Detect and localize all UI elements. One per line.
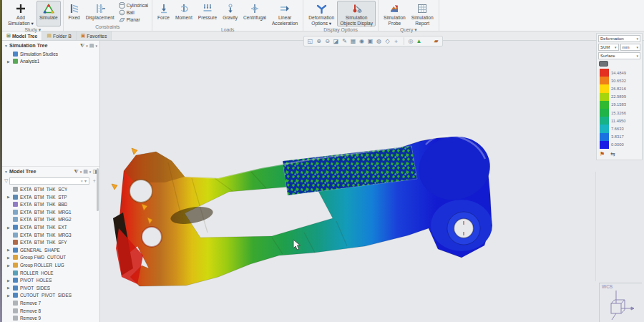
expand-arrow-icon[interactable]: ▶ (6, 195, 11, 199)
fixed-button[interactable]: Fixed (66, 1, 83, 24)
expand-arrow-icon[interactable]: ▶ (6, 286, 11, 290)
tree-columns-icon[interactable]: ▤ (83, 169, 88, 175)
feature-label: GENERAL_SHAPE (20, 248, 60, 253)
graphics-toolbar-icon[interactable]: ✎ (341, 37, 348, 45)
model-tree-item[interactable]: ▶ Group FWD_CUTOUT (2, 254, 99, 262)
feature-icon (13, 195, 18, 200)
legend-footer-icon[interactable]: ⇆ (610, 152, 615, 157)
expand-arrow-icon[interactable]: ▶ (6, 278, 11, 283)
filter-settings-icon[interactable]: ⧨ (74, 169, 78, 175)
simulation-probe-button[interactable]: Simulation Probe (381, 1, 409, 26)
graphics-toolbar-icon[interactable]: ＋ (392, 37, 400, 45)
legend-options-button[interactable] (599, 61, 608, 67)
model-tree-item[interactable]: EXTA_BTM_THK_MRG1 (2, 208, 99, 216)
displacement-button[interactable]: Displacement (83, 1, 117, 24)
deformation-options-button[interactable]: Deformation Options ▾ (306, 1, 337, 26)
filter-caret-icon[interactable]: ▾ (80, 170, 82, 174)
display-type-dropdown[interactable]: Surface ▾ (598, 52, 640, 59)
component-dropdown[interactable]: SUM ▾ (598, 44, 619, 51)
simulation-tree-item[interactable]: ▶ Analysis1 (2, 58, 99, 66)
collapse-caret-icon[interactable]: ▼ (4, 44, 8, 48)
expand-arrow-icon[interactable]: ▶ (6, 225, 11, 230)
model-tree-item[interactable]: EXTA_BTM_THK_MRG3 (2, 231, 99, 239)
quantity-dropdown[interactable]: Deformation ▾ (598, 35, 640, 42)
legend-color-swatch (600, 141, 609, 149)
legend-value: 30.6532 (611, 79, 626, 83)
expand-arrow-icon[interactable]: ▶ (6, 255, 11, 260)
graphics-toolbar-icon[interactable] (424, 37, 431, 45)
graphics-toolbar-icon[interactable]: ⊕ (315, 37, 323, 45)
collapse-caret-icon[interactable]: ▼ (4, 170, 8, 174)
force-button[interactable]: Force (155, 1, 172, 26)
linear-acceleration-button[interactable]: Linear Acceleration (269, 1, 301, 26)
model-tree-item[interactable]: Remove 8 (2, 307, 99, 315)
model-tree-item[interactable]: ▶ GENERAL_SHAPE (2, 246, 99, 254)
model-tree-item[interactable]: ▶ EXTA_BTM_THK_EXT (2, 223, 99, 231)
legend-value: 34.4849 (611, 71, 626, 75)
graphics-toolbar-icon[interactable]: ▰ (432, 37, 440, 45)
moment-button[interactable]: Moment (172, 1, 195, 26)
filter-caret-icon[interactable]: ▾ (86, 44, 88, 48)
graphics-toolbar-icon[interactable]: ◉ (358, 37, 366, 45)
simulation-objects-display-button[interactable]: Simulation Objects Display (337, 1, 376, 26)
centrifugal-icon (250, 3, 260, 14)
model-tree-item[interactable]: EXTA_BTM_THK_SFY (2, 238, 99, 246)
gravity-icon (226, 3, 235, 14)
legend-footer-icon[interactable]: ⚑ (600, 152, 605, 157)
graphics-viewport[interactable] (100, 41, 644, 322)
graphics-toolbar-icon[interactable]: ▲ (415, 37, 423, 45)
expand-arrow-icon[interactable]: ▶ (6, 248, 11, 252)
units-dropdown[interactable]: mm ▾ (620, 44, 641, 51)
ball-button[interactable]: Ball (119, 9, 148, 16)
feature-label: CUTOUT_PIVOT_SIDES (20, 293, 72, 298)
graphics-toolbar-icon[interactable]: ◍ (375, 37, 383, 45)
cylindrical-button[interactable]: Cylindrical (119, 2, 148, 9)
plus-icon (16, 3, 26, 14)
planar-button[interactable]: Planar (119, 16, 148, 23)
simulation-tree-item[interactable]: Simulation Studies (2, 50, 99, 58)
model-tree-item[interactable]: EXTA_BTM_THK_BBD (2, 201, 99, 209)
graphics-toolbar-icon[interactable]: ◇ (384, 37, 391, 45)
model-tree-item[interactable]: EXTA_BTM_THK_SCY (2, 185, 99, 193)
graphics-toolbar-icon[interactable]: ▦ (349, 37, 357, 45)
tree-columns-icon[interactable]: ▤ (89, 43, 94, 49)
graphics-toolbar-icon[interactable]: ▣ (366, 37, 374, 45)
columns-caret-icon[interactable]: ▾ (95, 44, 97, 48)
model-tree-item[interactable]: ▶ PIVOT_HOLES (2, 276, 99, 284)
simulation-report-button[interactable]: Simulation Report (409, 1, 436, 26)
model-tree-item[interactable]: ▶ CUTOUT_PIVOT_SIDES (2, 292, 99, 300)
legend-value: 7.6633 (611, 127, 624, 131)
simulate-button[interactable]: Simulate (36, 1, 61, 26)
feature-icon (13, 248, 18, 253)
navigator-tab[interactable]: ▣ Favorites (77, 31, 112, 40)
add-simulation-button[interactable]: Add Simulation ▾ (5, 1, 36, 26)
model-tree-filter-input[interactable] (11, 178, 79, 184)
simulation-tree-header: ▼ Simulation Tree ⧨ ▾ ▤ ▾ (2, 41, 99, 50)
graphics-toolbar-icon[interactable]: ◎ (404, 37, 414, 45)
filter-settings-icon[interactable]: ⧨ (80, 43, 84, 49)
centrifugal-button[interactable]: Centrifugal (240, 1, 269, 26)
graphics-toolbar-icon[interactable]: ◪ (332, 37, 340, 45)
expand-arrow-icon[interactable]: ▶ (6, 293, 11, 298)
feature-label: EXTA_BTM_THK_SCY (20, 187, 67, 192)
graphics-toolbar-icon[interactable]: ◱ (306, 37, 314, 45)
model-tree-item[interactable]: ▶ PIVOT_SIDES (2, 284, 99, 292)
gravity-button[interactable]: Gravity (220, 1, 240, 26)
expand-arrow-icon[interactable]: ▶ (6, 263, 11, 268)
model-tree-item[interactable]: ▶ Group ROLLER_LUG (2, 261, 99, 269)
filter-dropdown-icon[interactable]: ▾ (84, 178, 87, 183)
legend-color-swatch (600, 93, 609, 101)
model-tree-item[interactable]: Remove 7 (2, 299, 99, 307)
graphics-toolbar-icon[interactable]: ⊖ (323, 37, 331, 45)
model-tree-scrollbar[interactable] (97, 168, 99, 211)
legend-row: 26.8216 (600, 84, 640, 92)
model-tree-item[interactable]: Remove 9 (2, 314, 99, 322)
model-tree-item[interactable]: ROLLER_HOLE (2, 269, 99, 277)
model-tree-item[interactable]: ▶ EXTA_BTM_THK_STP (2, 193, 99, 201)
legend-row: 30.6532 (600, 77, 640, 84)
model-tree-item[interactable]: EXTA_BTM_THK_MRG2 (2, 216, 99, 224)
expand-arrow-icon[interactable]: ▶ (6, 59, 11, 64)
columns-caret-icon[interactable]: ▾ (89, 170, 92, 174)
pressure-button[interactable]: Pressure (195, 1, 220, 26)
legend-value: 15.3266 (611, 111, 626, 115)
